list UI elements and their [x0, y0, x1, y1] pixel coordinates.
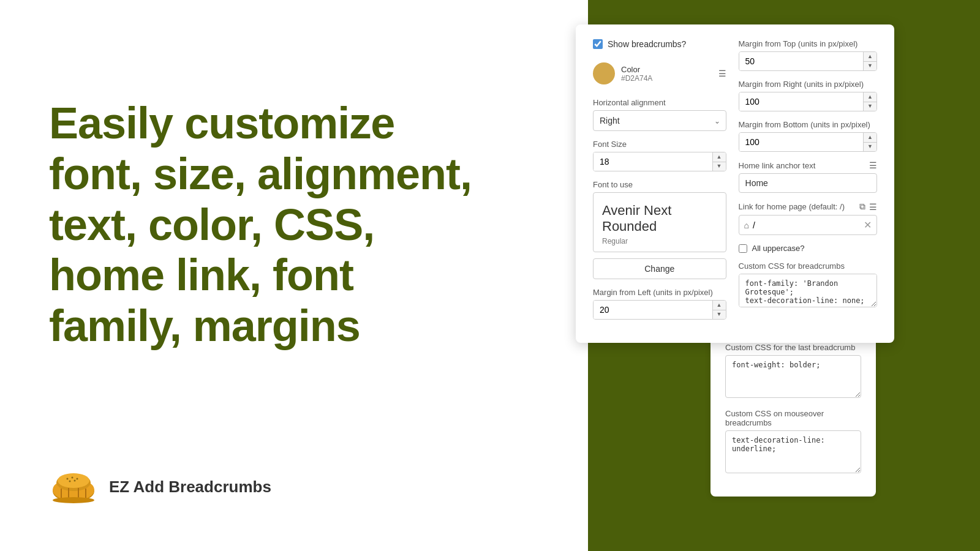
margin-top-input[interactable]	[739, 52, 864, 70]
settings-card-back: Custom CSS for the last breadcrumb Custo…	[710, 331, 876, 497]
hero-heading: Easily customize font, size, alignment, …	[49, 98, 551, 351]
home-anchor-input[interactable]	[739, 173, 877, 193]
svg-point-5	[72, 477, 74, 479]
css-last-row: Custom CSS for the last breadcrumb	[725, 343, 861, 400]
margin-top-label: Margin from Top (units in px/pixel)	[739, 39, 877, 48]
margin-bottom-down[interactable]: ▼	[864, 143, 876, 152]
show-breadcrumbs-row: Show breadcrumbs?	[593, 39, 726, 49]
margin-bottom-input-group: ▲ ▼	[739, 132, 877, 152]
home-anchor-label: Home link anchor text	[739, 161, 816, 170]
margin-right-up[interactable]: ▲	[864, 92, 876, 102]
home-anchor-stack-icon[interactable]: ☰	[869, 160, 877, 170]
font-size-input-group: ▲ ▼	[593, 152, 726, 171]
css-hover-textarea[interactable]	[725, 430, 861, 473]
font-size-row: Font Size ▲ ▼	[593, 140, 726, 171]
svg-point-13	[53, 497, 94, 503]
color-label: Color	[621, 65, 652, 74]
home-link-label-row: Link for home page (default: /) ⧉ ☰	[739, 201, 877, 212]
card-right-column: Margin from Top (units in px/pixel) ▲ ▼ …	[739, 39, 877, 328]
home-link-stack-icon[interactable]: ☰	[869, 202, 877, 212]
margin-bottom-label: Margin from Bottom (units in px/pixel)	[739, 120, 877, 129]
color-hex: #D2A74A	[621, 74, 652, 83]
home-link-row: Link for home page (default: /) ⧉ ☰ ⌂ ✕	[739, 201, 877, 235]
margin-top-input-group: ▲ ▼	[739, 51, 877, 71]
font-size-down[interactable]: ▼	[713, 162, 726, 171]
home-link-label: Link for home page (default: /)	[739, 202, 845, 211]
margin-right-spinner: ▲ ▼	[863, 92, 876, 111]
color-info: Color #D2A74A	[621, 65, 652, 83]
home-link-clear-button[interactable]: ✕	[864, 219, 872, 231]
font-size-up[interactable]: ▲	[713, 152, 726, 162]
margin-bottom-input[interactable]	[739, 133, 864, 151]
margin-right-row: Margin from Right (units in px/pixel) ▲ …	[739, 80, 877, 111]
h-alignment-row: Horizontal alignment Left Center Right	[593, 98, 726, 131]
font-to-use-row: Font to use Avenir Next Rounded Regular …	[593, 180, 726, 279]
font-name: Avenir Next Rounded	[602, 203, 717, 234]
margin-top-down[interactable]: ▼	[864, 62, 876, 71]
margin-bottom-up[interactable]: ▲	[864, 133, 876, 143]
css-last-textarea[interactable]	[725, 355, 861, 398]
custom-css-label: Custom CSS for breadcrumbs	[739, 261, 877, 271]
all-uppercase-row: All uppercase?	[739, 244, 877, 253]
css-hover-row: Custom CSS on mouseover breadcrumbs	[725, 409, 861, 476]
margin-left-spinner: ▲ ▼	[712, 301, 726, 319]
home-link-icons: ⧉ ☰	[859, 201, 877, 212]
left-panel: Easily customize font, size, alignment, …	[0, 0, 588, 551]
change-font-button[interactable]: Change	[593, 258, 726, 279]
font-to-use-label: Font to use	[593, 180, 726, 189]
color-row: Color #D2A74A ☰	[593, 59, 726, 88]
font-style: Regular	[602, 237, 717, 246]
logo-area: EZ Add Breadcrumbs	[49, 465, 551, 508]
font-display: Avenir Next Rounded Regular	[593, 192, 726, 252]
home-link-input-row: ⌂ ✕	[739, 215, 877, 235]
margin-left-up[interactable]: ▲	[713, 301, 726, 310]
h-alignment-select[interactable]: Left Center Right	[593, 110, 726, 131]
margin-top-up[interactable]: ▲	[864, 52, 876, 62]
uppercase-label: All uppercase?	[752, 244, 805, 253]
home-link-input[interactable]	[753, 220, 860, 230]
home-link-external-icon[interactable]: ⧉	[859, 201, 865, 212]
margin-top-spinner: ▲ ▼	[863, 52, 876, 70]
logo-icon	[49, 465, 98, 508]
margin-left-label: Margin from Left (units in px/pixel)	[593, 288, 726, 297]
color-swatch[interactable]	[593, 62, 615, 84]
font-size-input[interactable]	[594, 152, 712, 171]
show-breadcrumbs-label: Show breadcrumbs?	[608, 39, 686, 49]
custom-css-textarea[interactable]	[739, 274, 877, 307]
margin-left-input-group: ▲ ▼	[593, 300, 726, 320]
home-icon: ⌂	[744, 220, 749, 230]
svg-point-7	[69, 481, 71, 482]
h-alignment-select-wrapper: Left Center Right	[593, 110, 726, 131]
svg-point-8	[74, 480, 76, 482]
margin-right-down[interactable]: ▼	[864, 102, 876, 111]
card-left-column: Show breadcrumbs? Color #D2A74A ☰ H	[593, 39, 726, 328]
margin-bottom-spinner: ▲ ▼	[863, 133, 876, 151]
show-breadcrumbs-checkbox[interactable]	[593, 39, 603, 49]
logo-text: EZ Add Breadcrumbs	[109, 478, 271, 497]
font-size-label: Font Size	[593, 140, 726, 149]
font-size-spinner: ▲ ▼	[712, 152, 726, 171]
hero-text: Easily customize font, size, alignment, …	[49, 98, 551, 351]
css-hover-label: Custom CSS on mouseover breadcrumbs	[725, 409, 861, 427]
color-stack-icon[interactable]: ☰	[718, 69, 726, 78]
svg-point-3	[58, 473, 89, 488]
svg-point-4	[67, 478, 69, 480]
margin-right-input-group: ▲ ▼	[739, 92, 877, 111]
margin-top-row: Margin from Top (units in px/pixel) ▲ ▼	[739, 39, 877, 71]
uppercase-checkbox[interactable]	[739, 244, 747, 253]
margin-left-input[interactable]	[594, 301, 712, 319]
custom-css-row: Custom CSS for breadcrumbs	[739, 261, 877, 310]
h-alignment-label: Horizontal alignment	[593, 98, 726, 107]
css-last-label: Custom CSS for the last breadcrumb	[725, 343, 861, 352]
margin-right-input[interactable]	[739, 92, 864, 111]
color-swatch-area[interactable]: Color #D2A74A	[593, 62, 652, 84]
margin-right-label: Margin from Right (units in px/pixel)	[739, 80, 877, 89]
margin-left-row: Margin from Left (units in px/pixel) ▲ ▼	[593, 288, 726, 320]
svg-point-6	[77, 478, 78, 480]
margin-left-down[interactable]: ▼	[713, 310, 726, 320]
right-panel: Show breadcrumbs? Color #D2A74A ☰ H	[588, 0, 980, 551]
home-anchor-row: Home link anchor text ☰	[739, 160, 877, 193]
home-anchor-label-row: Home link anchor text ☰	[739, 160, 877, 170]
margin-bottom-row: Margin from Bottom (units in px/pixel) ▲…	[739, 120, 877, 152]
settings-card: Show breadcrumbs? Color #D2A74A ☰ H	[576, 24, 894, 343]
